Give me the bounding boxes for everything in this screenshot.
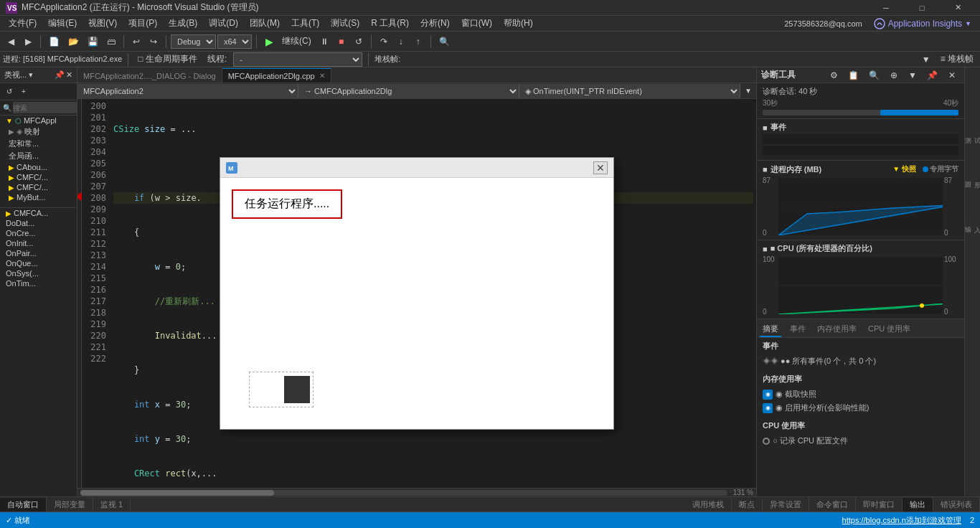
diag-tab-summary[interactable]: 摘要 bbox=[760, 322, 781, 337]
insights-dropdown-icon[interactable]: ▼ bbox=[965, 20, 971, 27]
step-out-btn[interactable]: ↑ bbox=[410, 34, 426, 50]
tree-item-cmfca1[interactable]: ▶ CMFC/... bbox=[0, 172, 77, 182]
search-btn[interactable]: 🔍 bbox=[435, 34, 453, 50]
lifecycle-events-btn[interactable]: □ 生命周期事件 bbox=[134, 52, 201, 67]
tree-item-mapping[interactable]: ▶ ◈ 映射 bbox=[0, 126, 77, 138]
refresh-btn[interactable]: ↺ bbox=[3, 85, 16, 98]
menu-edit[interactable]: 编辑(E) bbox=[42, 16, 83, 31]
pause-btn[interactable]: ⏸ bbox=[316, 34, 332, 50]
filter-btn[interactable]: ▼ bbox=[918, 52, 934, 67]
bottom-callstack[interactable]: 调用堆栈 bbox=[685, 498, 732, 512]
step-into-btn[interactable]: ↓ bbox=[393, 34, 409, 50]
bottom-command[interactable]: 命令窗口 bbox=[809, 498, 856, 512]
cpu-record-btn[interactable]: ○ 记录 CPU 配置文件 bbox=[757, 434, 964, 448]
bottom-tab-local[interactable]: 局部变量 bbox=[47, 498, 93, 512]
debug-config-select[interactable]: Debug bbox=[171, 34, 216, 49]
continue-label[interactable]: 继续(C) bbox=[278, 34, 315, 50]
menu-help[interactable]: 帮助(H) bbox=[498, 16, 539, 31]
bottom-breakpoints[interactable]: 断点 bbox=[732, 498, 763, 512]
bottom-output[interactable]: 输出 bbox=[903, 498, 933, 512]
heap-btn[interactable]: ◉ ◉ 启用堆分析(会影响性能) bbox=[757, 401, 964, 415]
minimize-button[interactable]: ─ bbox=[870, 0, 903, 16]
menu-team[interactable]: 团队(M) bbox=[244, 16, 286, 31]
close-button[interactable]: ✕ bbox=[941, 0, 974, 16]
nav-expand-btn[interactable]: ▼ bbox=[740, 83, 756, 99]
tab-cpp[interactable]: MFCApplication2Dlg.cpp ✕ bbox=[222, 68, 331, 82]
tree-member-oninit[interactable]: OnInit... bbox=[0, 238, 77, 248]
tree-member-onpair[interactable]: OnPair... bbox=[0, 248, 77, 258]
menu-window[interactable]: 窗口(W) bbox=[456, 16, 498, 31]
thread-select[interactable]: - bbox=[233, 52, 362, 67]
menu-project[interactable]: 项目(P) bbox=[123, 16, 163, 31]
callstack-btn[interactable]: ≡ 堆栈帧 bbox=[937, 52, 977, 67]
save-all-btn[interactable]: 🗃 bbox=[103, 34, 119, 50]
bottom-tab-auto[interactable]: 自动窗口 bbox=[0, 498, 47, 512]
bottom-errorlist[interactable]: 错误列表 bbox=[933, 498, 980, 512]
panel-close-btn[interactable]: ✕ bbox=[66, 70, 72, 80]
function-select[interactable]: ◈ OnTimer(UINT_PTR nIDEvent) bbox=[519, 84, 740, 98]
diag-history-btn[interactable]: 📋 bbox=[844, 67, 862, 83]
scroll-thumb[interactable] bbox=[80, 490, 274, 496]
expand-btn[interactable]: + bbox=[17, 85, 30, 98]
redo-btn[interactable]: ↪ bbox=[146, 34, 161, 50]
tree-item-globals[interactable]: 全局函... bbox=[0, 150, 77, 162]
diag-settings-btn[interactable]: ⚙ bbox=[826, 67, 842, 83]
menu-tools[interactable]: 工具(T) bbox=[286, 16, 325, 31]
tab-cpp-close[interactable]: ✕ bbox=[319, 72, 325, 80]
menu-build[interactable]: 生成(B) bbox=[163, 16, 203, 31]
menu-view[interactable]: 视图(V) bbox=[83, 16, 123, 31]
application-insights-button[interactable]: Application Insights ▼ bbox=[874, 18, 977, 29]
scroll-track[interactable] bbox=[80, 490, 727, 496]
tree-member-oncre[interactable]: OnCre... bbox=[0, 228, 77, 238]
tree-item-mybut[interactable]: ▶ MyBut... bbox=[0, 192, 77, 202]
bottom-tab-watch[interactable]: 监视 1 bbox=[93, 498, 131, 512]
tree-member-onsys[interactable]: OnSys(... bbox=[0, 268, 77, 278]
bottom-exceptions[interactable]: 异常设置 bbox=[763, 498, 809, 512]
diag-tab-events[interactable]: 事件 bbox=[787, 322, 809, 337]
tree-item-macros[interactable]: 宏和常... bbox=[0, 138, 77, 150]
diag-more-btn[interactable]: ▼ bbox=[905, 67, 920, 83]
diag-search-btn[interactable]: ⊕ bbox=[886, 67, 902, 83]
menu-file[interactable]: 文件(F) bbox=[3, 16, 42, 31]
tree-item-mfcappl[interactable]: ▼ ⬡ MFCAppl bbox=[0, 116, 77, 126]
continue-btn[interactable]: ▶ bbox=[261, 34, 277, 50]
back-button[interactable]: ◀ bbox=[3, 34, 19, 50]
tree-member-onque[interactable]: OnQue... bbox=[0, 258, 77, 268]
arch-select[interactable]: x64 bbox=[217, 34, 252, 49]
menu-debug[interactable]: 调试(D) bbox=[203, 16, 244, 31]
tree-member-dodat[interactable]: DoDat... bbox=[0, 218, 77, 228]
horizontal-scrollbar[interactable]: 131 % bbox=[77, 488, 756, 496]
tree-item-cabout[interactable]: ▶ CAbou... bbox=[0, 162, 77, 172]
new-project-btn[interactable]: 📄 bbox=[45, 34, 63, 50]
undo-btn[interactable]: ↩ bbox=[128, 34, 144, 50]
open-btn[interactable]: 📂 bbox=[65, 34, 83, 50]
sidebar-icon-3[interactable]: 输入 bbox=[966, 199, 979, 242]
bottom-immediate[interactable]: 即时窗口 bbox=[856, 498, 903, 512]
menu-analyze[interactable]: 分析(N) bbox=[415, 16, 456, 31]
panel-pin-btn[interactable]: 📌 bbox=[55, 70, 65, 80]
restart-btn[interactable]: ↺ bbox=[351, 34, 367, 50]
forward-button[interactable]: ▶ bbox=[20, 34, 36, 50]
diag-close-btn[interactable]: ✕ bbox=[944, 67, 960, 83]
diag-pin-btn[interactable]: 📌 bbox=[923, 67, 941, 83]
dialog-close-button[interactable]: ✕ bbox=[593, 161, 608, 174]
member-select[interactable]: → CMFCApplication2Dlg bbox=[298, 84, 519, 98]
menu-test[interactable]: 测试(S) bbox=[325, 16, 365, 31]
tree-item-cmfca2[interactable]: ▶ CMFC/... bbox=[0, 182, 77, 192]
step-over-btn[interactable]: ↷ bbox=[376, 34, 392, 50]
class-select[interactable]: MFCApplication2 bbox=[77, 84, 298, 98]
stop-btn[interactable]: ■ bbox=[334, 34, 349, 50]
tree-member-cmfca[interactable]: ▶ CMFCA... bbox=[0, 208, 77, 218]
restore-button[interactable]: □ bbox=[905, 0, 938, 16]
thread-label-btn[interactable]: 线程: bbox=[204, 52, 230, 67]
snapshot-btn[interactable]: ◉ ◉ 截取快照 bbox=[757, 387, 964, 401]
diag-tab-memory[interactable]: 内存使用率 bbox=[814, 322, 859, 337]
diag-tab-cpu[interactable]: CPU 使用率 bbox=[865, 322, 913, 337]
tab-dialog[interactable]: MFCApplication2...._DIALOG - Dialog bbox=[77, 68, 222, 82]
sidebar-icon-2[interactable]: 圆形 bbox=[966, 155, 979, 198]
tree-member-ontim[interactable]: OnTim... bbox=[0, 278, 77, 288]
menu-r-tools[interactable]: R 工具(R) bbox=[365, 16, 415, 31]
save-btn[interactable]: 💾 bbox=[84, 34, 102, 50]
diag-zoom-in-btn[interactable]: 🔍 bbox=[865, 67, 883, 83]
snapshot-quick-btn[interactable]: ▼ 快照 bbox=[889, 164, 920, 175]
